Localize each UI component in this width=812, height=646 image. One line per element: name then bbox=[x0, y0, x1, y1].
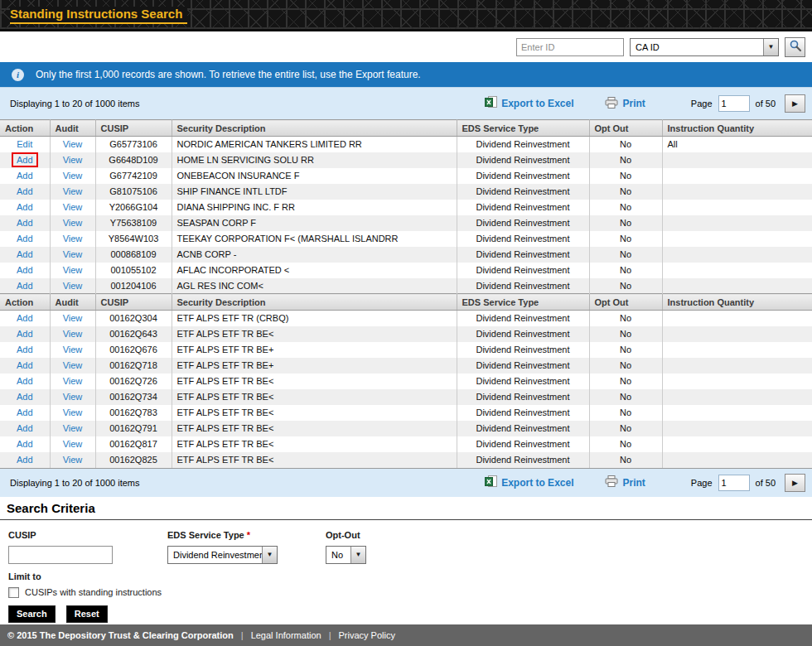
export-to-excel-link[interactable]: Export to Excel bbox=[485, 96, 573, 111]
print-label: Print bbox=[622, 98, 645, 109]
audit-link[interactable]: View bbox=[63, 265, 83, 275]
page-number-input[interactable] bbox=[718, 475, 750, 491]
action-cell: Add bbox=[0, 342, 50, 358]
id-search-button[interactable] bbox=[785, 37, 805, 57]
security-description-cell: HOME LN SERVICING SOLU RR bbox=[172, 152, 457, 168]
action-link[interactable]: Add bbox=[17, 455, 33, 465]
opt-out-cell: No bbox=[589, 452, 662, 468]
action-link[interactable]: Add bbox=[17, 234, 33, 243]
pagination: Page of 50 ▶ bbox=[691, 94, 805, 113]
audit-link[interactable]: View bbox=[63, 186, 83, 196]
cusips-with-standing-instructions-checkbox[interactable] bbox=[8, 587, 19, 598]
limit-to-label: Limit to bbox=[8, 571, 41, 581]
next-page-button[interactable]: ▶ bbox=[785, 94, 805, 113]
action-link[interactable]: Edit bbox=[17, 139, 32, 149]
action-cell: Edit bbox=[0, 137, 50, 152]
action-link[interactable]: Add bbox=[17, 218, 33, 228]
legal-information-link[interactable]: Legal Information bbox=[251, 630, 321, 640]
audit-link[interactable]: View bbox=[63, 171, 83, 181]
action-link[interactable]: Add bbox=[17, 313, 33, 323]
page-number-input[interactable] bbox=[718, 95, 750, 112]
action-link[interactable]: Add bbox=[17, 202, 33, 212]
audit-link[interactable]: View bbox=[63, 345, 83, 354]
instruction-quantity-cell bbox=[662, 215, 812, 231]
cusip-cell: G67742109 bbox=[95, 168, 172, 184]
audit-link[interactable]: View bbox=[63, 218, 83, 228]
audit-link[interactable]: View bbox=[63, 455, 83, 465]
audit-link[interactable]: View bbox=[63, 249, 83, 259]
chevron-down-icon[interactable]: ▼ bbox=[350, 547, 365, 563]
instruction-quantity-cell bbox=[662, 326, 812, 342]
action-link[interactable]: Add bbox=[17, 407, 33, 417]
opt-out-cell: No bbox=[589, 215, 662, 231]
audit-link[interactable]: View bbox=[63, 313, 83, 323]
footer-separator: | bbox=[241, 630, 244, 640]
audit-link[interactable]: View bbox=[63, 202, 83, 212]
security-description-cell: AGL RES INC COM< bbox=[172, 278, 457, 294]
id-type-select[interactable]: CA ID ▼ bbox=[630, 38, 779, 56]
audit-link[interactable]: View bbox=[63, 439, 83, 449]
action-link[interactable]: Add bbox=[17, 281, 33, 291]
table-row: AddView00162Q734ETF ALPS ETF TR BE<Divid… bbox=[0, 389, 812, 405]
audit-link[interactable]: View bbox=[63, 281, 83, 291]
action-link[interactable]: Add bbox=[17, 249, 33, 259]
opt-out-cell: No bbox=[589, 342, 662, 358]
action-cell: Add bbox=[0, 311, 50, 326]
cusip-cell: 00162Q726 bbox=[95, 374, 172, 389]
audit-link[interactable]: View bbox=[63, 423, 83, 433]
action-link[interactable]: Add bbox=[17, 392, 33, 402]
reset-button[interactable]: Reset bbox=[66, 605, 108, 623]
audit-link[interactable]: View bbox=[63, 155, 83, 165]
cusip-input[interactable] bbox=[8, 546, 113, 564]
enter-id-input[interactable] bbox=[516, 38, 624, 56]
table-row: AddViewY2066G104DIANA SHIPPING INC. F RR… bbox=[0, 200, 812, 215]
action-link[interactable]: Add bbox=[17, 376, 33, 386]
cusip-cell: Y75638109 bbox=[95, 215, 172, 231]
displaying-count: Displaying 1 to 20 of 1000 items bbox=[7, 478, 485, 488]
chevron-down-icon[interactable]: ▼ bbox=[763, 39, 778, 55]
action-link[interactable]: Add bbox=[17, 171, 33, 181]
next-page-button[interactable]: ▶ bbox=[785, 474, 805, 492]
audit-link[interactable]: View bbox=[63, 234, 83, 243]
opt-out-cell: No bbox=[589, 200, 662, 215]
eds-service-type-label: EDS Service Type * bbox=[167, 530, 250, 540]
security-description-cell: ACNB CORP - bbox=[172, 247, 457, 263]
audit-link[interactable]: View bbox=[63, 139, 83, 149]
cusip-cell: 00162Q304 bbox=[95, 311, 172, 326]
opt-out-cell: No bbox=[589, 152, 662, 168]
audit-link[interactable]: View bbox=[63, 407, 83, 417]
audit-link[interactable]: View bbox=[63, 360, 83, 370]
print-link[interactable]: Print bbox=[605, 475, 645, 489]
opt-out-cell: No bbox=[589, 374, 662, 389]
audit-cell: View bbox=[50, 342, 95, 358]
info-icon: i bbox=[12, 69, 24, 81]
action-link[interactable]: Add bbox=[12, 152, 38, 167]
audit-link[interactable]: View bbox=[63, 392, 83, 402]
action-link[interactable]: Add bbox=[17, 345, 33, 354]
column-header-opt-out: Opt Out bbox=[589, 294, 662, 311]
opt-out-select[interactable]: No ▼ bbox=[326, 546, 366, 564]
privacy-policy-link[interactable]: Privacy Policy bbox=[338, 630, 394, 640]
cusip-cell: G81075106 bbox=[95, 184, 172, 200]
action-link[interactable]: Add bbox=[17, 265, 33, 275]
eds-service-type-selected-value: Dividend Reinvestment bbox=[168, 547, 262, 563]
eds-service-type-cell: Dividend Reinvestment bbox=[457, 389, 589, 405]
audit-link[interactable]: View bbox=[63, 376, 83, 386]
action-link[interactable]: Add bbox=[17, 423, 33, 433]
action-link[interactable]: Add bbox=[17, 329, 33, 339]
action-link[interactable]: Add bbox=[17, 439, 33, 449]
audit-link[interactable]: View bbox=[63, 329, 83, 339]
excel-icon bbox=[485, 96, 497, 111]
security-description-cell: ETF ALPS ETF TR BE< bbox=[172, 452, 457, 468]
export-to-excel-link[interactable]: Export to Excel bbox=[485, 475, 573, 490]
print-link[interactable]: Print bbox=[605, 97, 645, 111]
security-description-cell: NORDIC AMERICAN TANKERS LIMITED RR bbox=[172, 137, 457, 152]
opt-out-cell: No bbox=[589, 247, 662, 263]
eds-service-type-select[interactable]: Dividend Reinvestment ▼ bbox=[167, 546, 278, 564]
search-button[interactable]: Search bbox=[8, 605, 56, 623]
action-link[interactable]: Add bbox=[17, 186, 33, 196]
opt-out-cell: No bbox=[589, 231, 662, 247]
action-link[interactable]: Add bbox=[17, 360, 33, 370]
chevron-down-icon[interactable]: ▼ bbox=[262, 547, 277, 563]
audit-cell: View bbox=[50, 374, 95, 389]
